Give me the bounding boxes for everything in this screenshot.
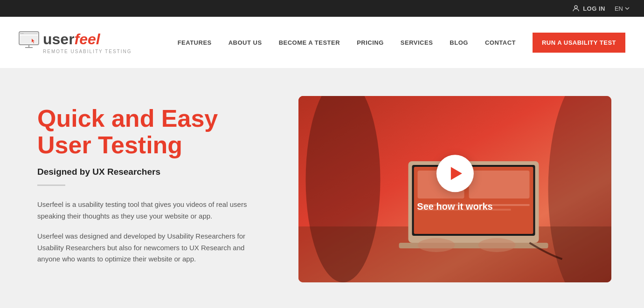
svg-point-5 <box>22 33 23 34</box>
logo-feel-text: feel <box>75 31 100 48</box>
hero-desc-1: Userfeel is a usability testing tool tha… <box>37 199 261 222</box>
run-usability-test-button[interactable]: RUN A USABILITY TEST <box>533 33 625 53</box>
nav-blog[interactable]: BLOG <box>441 39 477 46</box>
hero-video[interactable]: See how it works <box>298 96 611 282</box>
top-bar: LOG IN EN <box>0 0 644 17</box>
header: userfeel REMOTE USABILITY TESTING FEATUR… <box>0 17 644 68</box>
nav-contact[interactable]: CONTACT <box>477 39 524 46</box>
logo[interactable]: userfeel REMOTE USABILITY TESTING <box>19 31 132 54</box>
svg-point-20 <box>548 96 612 282</box>
nav-become-tester[interactable]: BECOME A TESTER <box>270 39 349 46</box>
main-nav: FEATURES ABOUT US BECOME A TESTER PRICIN… <box>169 33 625 53</box>
svg-point-4 <box>21 33 21 34</box>
login-label: LOG IN <box>583 5 605 12</box>
hero-divider <box>37 185 65 186</box>
nav-features[interactable]: FEATURES <box>169 39 220 46</box>
hero-left: Quick and Easy User Testing Designed by … <box>37 96 261 274</box>
hero-desc-2: Userfeel was designed and developed by U… <box>37 231 261 265</box>
logo-icon <box>19 31 39 48</box>
lang-label: EN <box>615 5 623 12</box>
chevron-down-icon <box>624 6 630 11</box>
hero-subtitle: Designed by UX Researchers <box>37 167 261 177</box>
svg-point-21 <box>418 238 455 252</box>
language-selector[interactable]: EN <box>615 5 630 12</box>
user-icon <box>572 4 580 13</box>
nav-about[interactable]: ABOUT US <box>220 39 270 46</box>
logo-tagline: REMOTE USABILITY TESTING <box>43 49 132 54</box>
video-caption: See how it works <box>417 201 492 212</box>
nav-pricing[interactable]: PRICING <box>348 39 392 46</box>
nav-services[interactable]: SERVICES <box>392 39 442 46</box>
logo-user-text: user <box>43 31 75 48</box>
play-button[interactable] <box>436 155 473 192</box>
svg-point-22 <box>478 238 516 252</box>
login-link[interactable]: LOG IN <box>572 4 605 13</box>
svg-rect-3 <box>20 35 38 44</box>
svg-point-0 <box>575 6 577 8</box>
video-play-container: See how it works <box>417 155 492 212</box>
play-triangle-icon <box>450 167 462 180</box>
hero-title: Quick and Easy User Testing <box>37 105 261 158</box>
hero-section: Quick and Easy User Testing Designed by … <box>0 68 644 308</box>
